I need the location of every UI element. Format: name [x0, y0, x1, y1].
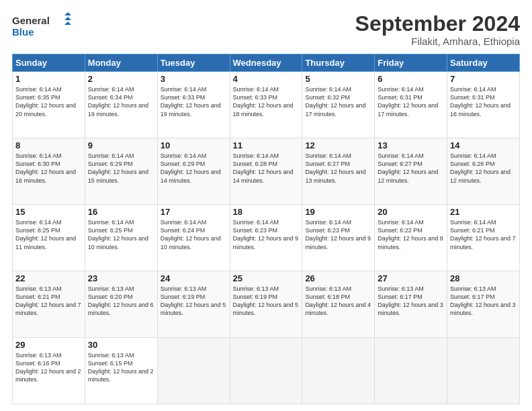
table-row: [157, 338, 230, 404]
table-row: 12 Sunrise: 6:14 AM Sunset: 6:27 PM Dayl…: [302, 138, 375, 205]
cell-info: Sunrise: 6:14 AM Sunset: 6:23 PM Dayligh…: [233, 218, 300, 251]
table-row: 19 Sunrise: 6:14 AM Sunset: 6:23 PM Dayl…: [302, 205, 375, 271]
cell-info: Sunrise: 6:14 AM Sunset: 6:35 PM Dayligh…: [15, 85, 82, 118]
day-number: 27: [378, 273, 444, 283]
cell-info: Sunrise: 6:13 AM Sunset: 6:16 PM Dayligh…: [15, 351, 82, 384]
cell-info: Sunrise: 6:14 AM Sunset: 6:25 PM Dayligh…: [15, 218, 82, 251]
calendar-week-row: 29 Sunrise: 6:13 AM Sunset: 6:16 PM Dayl…: [13, 338, 520, 404]
day-number: 11: [233, 140, 300, 150]
table-row: [302, 338, 375, 404]
cell-info: Sunrise: 6:14 AM Sunset: 6:33 PM Dayligh…: [161, 85, 227, 118]
cell-info: Sunrise: 6:14 AM Sunset: 6:29 PM Dayligh…: [88, 152, 154, 185]
table-row: 18 Sunrise: 6:14 AM Sunset: 6:23 PM Dayl…: [230, 205, 302, 271]
table-row: 6 Sunrise: 6:14 AM Sunset: 6:31 PM Dayli…: [375, 72, 447, 138]
day-number: 19: [305, 207, 371, 217]
cell-info: Sunrise: 6:14 AM Sunset: 6:26 PM Dayligh…: [450, 152, 517, 185]
table-row: 27 Sunrise: 6:13 AM Sunset: 6:17 PM Dayl…: [375, 271, 447, 338]
table-row: 26 Sunrise: 6:13 AM Sunset: 6:18 PM Dayl…: [302, 271, 375, 338]
cell-info: Sunrise: 6:14 AM Sunset: 6:22 PM Dayligh…: [378, 218, 444, 251]
cell-info: Sunrise: 6:14 AM Sunset: 6:25 PM Dayligh…: [88, 218, 154, 251]
day-number: 7: [450, 74, 517, 84]
col-sunday: Sunday: [13, 54, 85, 72]
cell-info: Sunrise: 6:14 AM Sunset: 6:23 PM Dayligh…: [305, 218, 371, 251]
day-number: 25: [233, 273, 300, 283]
day-number: 18: [233, 207, 300, 217]
cell-info: Sunrise: 6:14 AM Sunset: 6:24 PM Dayligh…: [161, 218, 227, 251]
cell-info: Sunrise: 6:13 AM Sunset: 6:15 PM Dayligh…: [88, 351, 154, 384]
calendar-header-row: Sunday Monday Tuesday Wednesday Thursday…: [13, 54, 520, 72]
svg-text:General: General: [12, 15, 50, 26]
cell-info: Sunrise: 6:13 AM Sunset: 6:21 PM Dayligh…: [15, 285, 82, 318]
table-row: 29 Sunrise: 6:13 AM Sunset: 6:16 PM Dayl…: [13, 338, 85, 404]
calendar-table: Sunday Monday Tuesday Wednesday Thursday…: [12, 54, 520, 404]
svg-marker-3: [64, 17, 71, 20]
day-number: 3: [161, 74, 227, 84]
table-row: 7 Sunrise: 6:14 AM Sunset: 6:31 PM Dayli…: [447, 72, 520, 138]
day-number: 24: [161, 273, 227, 283]
table-row: 15 Sunrise: 6:14 AM Sunset: 6:25 PM Dayl…: [13, 205, 85, 271]
day-number: 22: [15, 273, 82, 283]
day-number: 15: [15, 207, 82, 217]
col-tuesday: Tuesday: [157, 54, 230, 72]
table-row: 23 Sunrise: 6:13 AM Sunset: 6:20 PM Dayl…: [85, 271, 157, 338]
table-row: 13 Sunrise: 6:14 AM Sunset: 6:27 PM Dayl…: [375, 138, 447, 205]
cell-info: Sunrise: 6:13 AM Sunset: 6:19 PM Dayligh…: [161, 285, 227, 318]
col-friday: Friday: [375, 54, 447, 72]
svg-marker-4: [64, 21, 71, 25]
table-row: 3 Sunrise: 6:14 AM Sunset: 6:33 PM Dayli…: [157, 72, 230, 138]
table-row: 9 Sunrise: 6:14 AM Sunset: 6:29 PM Dayli…: [85, 138, 157, 205]
cell-info: Sunrise: 6:13 AM Sunset: 6:20 PM Dayligh…: [88, 285, 154, 318]
day-number: 26: [305, 273, 371, 283]
table-row: 24 Sunrise: 6:13 AM Sunset: 6:19 PM Dayl…: [157, 271, 230, 338]
day-number: 28: [450, 273, 517, 283]
col-monday: Monday: [85, 54, 157, 72]
table-row: 14 Sunrise: 6:14 AM Sunset: 6:26 PM Dayl…: [447, 138, 520, 205]
day-number: 1: [15, 74, 82, 84]
cell-info: Sunrise: 6:14 AM Sunset: 6:34 PM Dayligh…: [88, 85, 154, 118]
logo: General Blue: [12, 12, 73, 39]
table-row: 11 Sunrise: 6:14 AM Sunset: 6:28 PM Dayl…: [230, 138, 302, 205]
table-row: [447, 338, 520, 404]
cell-info: Sunrise: 6:14 AM Sunset: 6:27 PM Dayligh…: [378, 152, 444, 185]
cell-info: Sunrise: 6:14 AM Sunset: 6:32 PM Dayligh…: [305, 85, 371, 118]
cell-info: Sunrise: 6:14 AM Sunset: 6:31 PM Dayligh…: [450, 85, 517, 118]
table-row: 28 Sunrise: 6:13 AM Sunset: 6:17 PM Dayl…: [447, 271, 520, 338]
day-number: 5: [305, 74, 371, 84]
table-row: 16 Sunrise: 6:14 AM Sunset: 6:25 PM Dayl…: [85, 205, 157, 271]
cell-info: Sunrise: 6:14 AM Sunset: 6:27 PM Dayligh…: [305, 152, 371, 185]
col-thursday: Thursday: [302, 54, 375, 72]
location: Filakit, Amhara, Ethiopia: [355, 36, 520, 47]
table-row: 8 Sunrise: 6:14 AM Sunset: 6:30 PM Dayli…: [13, 138, 85, 205]
day-number: 16: [88, 207, 154, 217]
cell-info: Sunrise: 6:14 AM Sunset: 6:29 PM Dayligh…: [161, 152, 227, 185]
day-number: 9: [88, 140, 154, 150]
cell-info: Sunrise: 6:14 AM Sunset: 6:31 PM Dayligh…: [378, 85, 444, 118]
table-row: 4 Sunrise: 6:14 AM Sunset: 6:33 PM Dayli…: [230, 72, 302, 138]
cell-info: Sunrise: 6:13 AM Sunset: 6:18 PM Dayligh…: [305, 285, 371, 318]
table-row: 1 Sunrise: 6:14 AM Sunset: 6:35 PM Dayli…: [13, 72, 85, 138]
day-number: 20: [378, 207, 444, 217]
header: General Blue September 2024 Filakit, Amh…: [12, 12, 520, 47]
day-number: 14: [450, 140, 517, 150]
month-title: September 2024: [355, 12, 520, 36]
table-row: 22 Sunrise: 6:13 AM Sunset: 6:21 PM Dayl…: [13, 271, 85, 338]
calendar-week-row: 8 Sunrise: 6:14 AM Sunset: 6:30 PM Dayli…: [13, 138, 520, 205]
cell-info: Sunrise: 6:14 AM Sunset: 6:30 PM Dayligh…: [15, 152, 82, 185]
table-row: 5 Sunrise: 6:14 AM Sunset: 6:32 PM Dayli…: [302, 72, 375, 138]
col-wednesday: Wednesday: [230, 54, 302, 72]
day-number: 23: [88, 273, 154, 283]
day-number: 10: [161, 140, 227, 150]
table-row: [230, 338, 302, 404]
day-number: 21: [450, 207, 517, 217]
cell-info: Sunrise: 6:13 AM Sunset: 6:17 PM Dayligh…: [450, 285, 517, 318]
table-row: [375, 338, 447, 404]
table-row: 25 Sunrise: 6:13 AM Sunset: 6:19 PM Dayl…: [230, 271, 302, 338]
calendar-week-row: 1 Sunrise: 6:14 AM Sunset: 6:35 PM Dayli…: [13, 72, 520, 138]
day-number: 13: [378, 140, 444, 150]
calendar-week-row: 15 Sunrise: 6:14 AM Sunset: 6:25 PM Dayl…: [13, 205, 520, 271]
cell-info: Sunrise: 6:14 AM Sunset: 6:21 PM Dayligh…: [450, 218, 517, 251]
cell-info: Sunrise: 6:13 AM Sunset: 6:17 PM Dayligh…: [378, 285, 444, 318]
day-number: 17: [161, 207, 227, 217]
svg-text:Blue: Blue: [12, 26, 34, 38]
day-number: 12: [305, 140, 371, 150]
